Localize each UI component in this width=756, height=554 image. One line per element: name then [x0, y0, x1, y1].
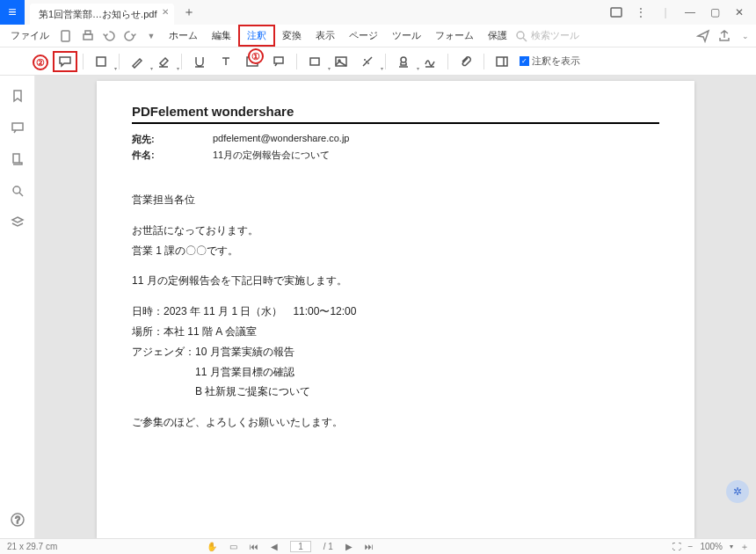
annotation-toolbar: ▾ ▾ ▾ ▾ ▾ ▾ ✓ 注釈を表示 [0, 47, 756, 76]
separator [119, 54, 120, 69]
bookmark-icon[interactable] [8, 86, 27, 106]
annotation-panel-tool[interactable] [490, 51, 514, 72]
menu-view[interactable]: 表示 [309, 25, 342, 47]
hand-tool-icon[interactable]: ✋ [207, 542, 217, 551]
separator [483, 54, 484, 69]
zoom-in-icon[interactable]: ＋ [740, 541, 749, 553]
text-tool[interactable] [214, 51, 238, 72]
left-sidebar: ? [0, 76, 35, 538]
select-tool-icon[interactable]: ▭ [229, 542, 237, 551]
add-tab-button[interactable]: ＋ [183, 4, 195, 20]
page-dimensions: 21 x 29.7 cm [7, 542, 57, 551]
note-tool[interactable]: ▾ [89, 51, 113, 72]
next-page-icon[interactable]: ▶ [345, 542, 353, 551]
svg-rect-2 [84, 34, 92, 40]
menu-tool[interactable]: ツール [385, 25, 428, 47]
attach-tool[interactable] [454, 51, 478, 72]
menu-edit[interactable]: 編集 [205, 25, 238, 47]
minimize-button[interactable]: ― [679, 3, 701, 22]
window-more-icon[interactable]: ⋮ [629, 3, 652, 22]
layers-icon[interactable] [8, 213, 27, 232]
open-icon[interactable] [56, 26, 77, 47]
scroll-indicator-icon[interactable]: ✲ [726, 480, 749, 503]
callout-badge-1: ① [248, 48, 264, 64]
checkbox-icon: ✓ [520, 56, 529, 66]
window-share-icon[interactable] [605, 3, 628, 22]
subject-value: 11月の定例報告会について [213, 149, 330, 162]
svg-rect-7 [274, 57, 283, 63]
dropdown-icon[interactable]: ▼ [141, 26, 162, 47]
svg-point-15 [13, 186, 20, 193]
titlebar: ≡ 第1回営業部…お知らせ.pdf ✕ ＋ ⋮ | ― ▢ ✕ [0, 0, 756, 25]
search-tool[interactable]: 検索ツール [514, 29, 585, 43]
menu-file[interactable]: ファイル [4, 25, 56, 47]
subject-label: 件名: [132, 149, 213, 162]
chevron-down-icon[interactable]: ▾ [730, 543, 733, 550]
svg-point-11 [401, 57, 406, 62]
page-total: / 1 [323, 542, 333, 551]
svg-rect-0 [611, 8, 622, 17]
main-area: ? PDFelement wondershare 宛先:pdfelement@w… [0, 76, 756, 538]
doc-title: PDFelement wondershare [132, 104, 659, 119]
close-icon[interactable]: ✕ [162, 7, 169, 17]
svg-rect-13 [12, 123, 23, 130]
thumbnails-icon[interactable] [8, 149, 27, 169]
eraser-tool[interactable]: ▾ [151, 51, 176, 72]
menu-home[interactable]: ホーム [162, 25, 205, 47]
signature-tool[interactable] [418, 51, 442, 72]
menu-annotate[interactable]: 注釈 [238, 25, 275, 47]
share-icon[interactable] [714, 26, 735, 47]
callout-tool[interactable] [266, 51, 291, 72]
image-tool[interactable] [329, 51, 353, 72]
fit-width-icon[interactable]: ⛶ [672, 542, 681, 551]
prev-page-icon[interactable]: ◀ [271, 542, 278, 551]
svg-rect-3 [85, 31, 91, 34]
menubar: ファイル ▼ ホーム 編集 注釈 変換 表示 ページ ツール フォーム 保護 検… [0, 25, 756, 47]
separator [83, 54, 84, 69]
search-panel-icon[interactable] [8, 181, 27, 200]
doc-body: 営業担当各位 お世話になっております。営業 1 課の〇〇です。 11 月の定例報… [132, 190, 659, 433]
app-icon: ≡ [0, 0, 25, 25]
send-icon[interactable] [693, 26, 714, 47]
search-icon [514, 29, 528, 43]
statusbar: 21 x 29.7 cm ✋ ▭ ⏮ ◀ 1 / 1 ▶ ⏭ ⛶ − 100% … [0, 538, 756, 554]
svg-text:?: ? [15, 515, 20, 525]
first-page-icon[interactable]: ⏮ [250, 542, 258, 551]
page-input[interactable]: 1 [290, 541, 311, 552]
help-icon[interactable]: ? [8, 510, 27, 529]
document-tab[interactable]: 第1回営業部…お知らせ.pdf ✕ [30, 4, 174, 25]
print-icon[interactable] [77, 26, 98, 47]
chevron-down-icon[interactable]: ⌄ [735, 26, 756, 47]
menu-form[interactable]: フォーム [428, 25, 481, 47]
svg-rect-1 [62, 31, 69, 41]
last-page-icon[interactable]: ⏭ [365, 542, 374, 551]
undo-icon[interactable] [98, 26, 120, 47]
underline-tool[interactable] [187, 51, 212, 72]
separator [447, 54, 448, 69]
separator [181, 54, 182, 69]
rectangle-tool[interactable]: ▾ [302, 51, 327, 72]
callout-badge-2: ② [33, 55, 48, 70]
to-value: pdfelement@wondershare.co.jp [213, 133, 349, 146]
pencil-tool[interactable]: ▾ [125, 51, 149, 72]
page: PDFelement wondershare 宛先:pdfelement@won… [97, 81, 694, 538]
document-canvas[interactable]: PDFelement wondershare 宛先:pdfelement@won… [35, 76, 756, 538]
svg-rect-12 [497, 57, 507, 66]
comment-tool[interactable] [53, 51, 77, 72]
menu-protect[interactable]: 保護 [481, 25, 514, 47]
menu-convert[interactable]: 変換 [275, 25, 309, 47]
menu-page[interactable]: ページ [342, 25, 385, 47]
stamp-tool[interactable]: ▾ [391, 51, 416, 72]
separator [296, 54, 297, 69]
close-button[interactable]: ✕ [728, 3, 751, 22]
maximize-button[interactable]: ▢ [703, 3, 726, 22]
show-annotations-toggle[interactable]: ✓ 注釈を表示 [520, 55, 580, 68]
comments-panel-icon[interactable] [8, 118, 27, 137]
redo-icon[interactable] [120, 26, 141, 47]
measure-tool[interactable]: ▾ [355, 51, 380, 72]
zoom-out-icon[interactable]: − [688, 542, 694, 551]
zoom-value[interactable]: 100% [700, 542, 723, 551]
to-label: 宛先: [132, 133, 213, 146]
svg-rect-8 [310, 58, 319, 65]
svg-rect-5 [97, 57, 105, 66]
